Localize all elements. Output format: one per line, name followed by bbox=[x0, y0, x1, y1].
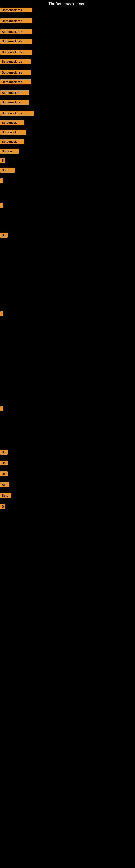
bottleneck-badge: B bbox=[0, 158, 5, 163]
bottleneck-badge: Bottleneck re bbox=[0, 100, 29, 105]
bottleneck-badge: Bott bbox=[0, 493, 11, 498]
bottleneck-badge: Bottleneck res bbox=[0, 19, 32, 23]
bottleneck-badge: Bottleneck res bbox=[0, 59, 31, 64]
bottleneck-badge: Bottleneck res bbox=[0, 8, 32, 12]
bottleneck-badge: Bottleneck bbox=[0, 120, 24, 125]
bottleneck-badge: Bottleneck res bbox=[0, 70, 31, 75]
bottleneck-badge: Bo bbox=[0, 461, 8, 465]
bottleneck-badge: B bbox=[0, 504, 5, 509]
bottleneck-badge: Bottleneck re bbox=[0, 90, 29, 95]
bottleneck-badge: Bottlen bbox=[0, 149, 19, 154]
bottleneck-badge: Bottleneck res bbox=[0, 29, 32, 34]
bottleneck-badge: Bo bbox=[0, 233, 8, 238]
bottleneck-badge: Bottleneck res bbox=[0, 50, 32, 55]
bottleneck-badge: Bo bbox=[0, 450, 8, 455]
bottleneck-badge: | bbox=[0, 179, 3, 183]
bottleneck-badge: Bot bbox=[0, 482, 9, 487]
bottleneck-badge: | bbox=[0, 311, 3, 316]
bottleneck-badge: | bbox=[0, 406, 3, 411]
bottleneck-badge: Bottleneck bbox=[0, 139, 24, 144]
bottleneck-badge: Bo bbox=[0, 471, 8, 476]
bottleneck-badge: Bottl bbox=[0, 167, 15, 173]
bottleneck-badge: Bottleneck res bbox=[0, 39, 32, 44]
bottleneck-badge: Bottleneck res bbox=[0, 111, 34, 116]
site-title: TheBottlenecker.com bbox=[0, 0, 135, 7]
bottleneck-badge: Bottleneck res bbox=[0, 80, 31, 84]
bottleneck-badge: | bbox=[0, 203, 3, 208]
bottleneck-badge: Bottleneck r bbox=[0, 130, 27, 134]
